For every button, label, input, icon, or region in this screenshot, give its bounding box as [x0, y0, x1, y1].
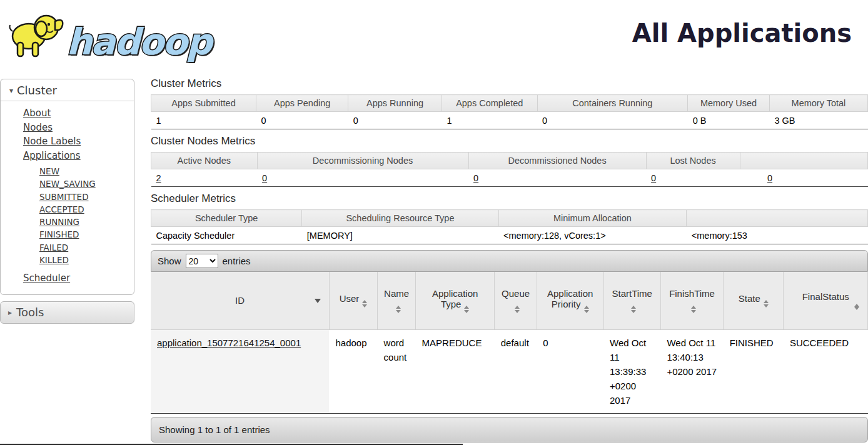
- cluster-metrics-table: Apps Submitted Apps Pending Apps Running…: [151, 94, 868, 129]
- page-size-select[interactable]: 20: [186, 254, 218, 268]
- col-scheduler-type: Scheduler Type: [151, 210, 302, 227]
- col-queue-label: Queue: [502, 288, 530, 299]
- killed-link[interactable]: KILLED: [39, 255, 69, 265]
- col-finishtime-label: FinishTime: [669, 288, 715, 299]
- sidebar-item-applications: Applications: [23, 149, 134, 163]
- tools-section-label: Tools: [16, 306, 44, 319]
- col-lost-nodes: Lost Nodes: [646, 152, 740, 169]
- hadoop-logo: hadoop: [5, 4, 211, 64]
- maximum-allocation-value: <memory:153: [687, 227, 868, 244]
- entries-label: entries: [223, 256, 251, 266]
- col-starttime-label: StartTime: [612, 288, 652, 299]
- col-active-nodes: Active Nodes: [151, 152, 258, 169]
- apps-completed-value: 1: [442, 112, 537, 129]
- col-memory-total: Memory Total: [769, 95, 867, 112]
- col-id-label: ID: [235, 295, 245, 306]
- name-cell: word count: [378, 329, 416, 413]
- col-application-priority[interactable]: Application Priority: [537, 272, 603, 329]
- col-state-label: State: [739, 293, 760, 304]
- new-link[interactable]: NEW: [39, 166, 59, 176]
- sort-both-icon: [584, 306, 589, 313]
- col-apps-pending: Apps Pending: [256, 95, 348, 112]
- main-content: Cluster Metrics Apps Submitted Apps Pend…: [151, 74, 868, 442]
- col-nodes-extra: [740, 152, 867, 169]
- chevron-right-icon: ▸: [8, 308, 12, 317]
- sort-both-icon: [396, 306, 401, 313]
- col-id[interactable]: ID: [151, 272, 329, 329]
- hadoop-elephant-icon: [5, 4, 66, 64]
- running-link[interactable]: RUNNING: [39, 217, 79, 227]
- sidebar-item-nodes: Nodes: [23, 121, 134, 135]
- sort-both-icon: [515, 306, 520, 313]
- col-decommissioning-nodes: Decommissioning Nodes: [257, 152, 468, 169]
- apps-pending-value: 0: [256, 112, 348, 129]
- sidebar-section-tools[interactable]: ▸Tools: [0, 301, 134, 324]
- col-queue[interactable]: Queue: [495, 272, 537, 329]
- sort-both-icon: [631, 306, 636, 313]
- apps-table-header-row: ID User Name Application Type Queue Appl…: [151, 272, 868, 329]
- scheduling-resource-type-value: [MEMORY]: [302, 227, 498, 244]
- page-title: All Applications: [632, 19, 852, 48]
- nodes-extra-link[interactable]: 0: [767, 173, 772, 183]
- sort-both-icon: [464, 306, 469, 313]
- application-id-link[interactable]: application_1507721641254_0001: [157, 338, 301, 348]
- state-cell: FINISHED: [724, 329, 784, 413]
- sidebar-cluster-box: ▾Cluster About Nodes Node Labels Applica…: [0, 79, 134, 295]
- cluster-metrics-heading: Cluster Metrics: [151, 78, 868, 90]
- decommissioning-nodes-link[interactable]: 0: [262, 173, 267, 183]
- sidebar-section-cluster[interactable]: ▾Cluster: [1, 79, 134, 101]
- sidebar-item-failed: FAILED: [39, 241, 134, 254]
- submitted-link[interactable]: SUBMITTED: [39, 192, 89, 202]
- col-apps-running: Apps Running: [348, 95, 442, 112]
- col-finishtime[interactable]: FinishTime: [660, 272, 723, 329]
- cluster-nodes-metrics-row: 2 0 0 0 0: [151, 169, 868, 187]
- failed-link[interactable]: FAILED: [39, 242, 68, 252]
- col-starttime[interactable]: StartTime: [603, 272, 660, 329]
- hadoop-logo-text: hadoop: [66, 24, 211, 60]
- sidebar-item-new-saving: NEW_SAVING: [39, 178, 134, 190]
- col-scheduling-resource-type: Scheduling Resource Type: [302, 210, 498, 227]
- col-minimum-allocation: Minimum Allocation: [498, 210, 687, 227]
- col-containers-running: Containers Running: [537, 95, 688, 112]
- decommissioned-nodes-link[interactable]: 0: [473, 173, 478, 183]
- finished-link[interactable]: FINISHED: [39, 229, 79, 239]
- scheduler-metrics-row: Capacity Scheduler [MEMORY] <memory:128,…: [151, 227, 868, 244]
- nodes-link[interactable]: Nodes: [23, 122, 53, 133]
- col-user[interactable]: User: [329, 272, 377, 329]
- about-link[interactable]: About: [23, 108, 51, 119]
- sidebar-item-killed: KILLED: [39, 254, 134, 266]
- containers-running-value: 0: [537, 112, 688, 129]
- active-nodes-link[interactable]: 2: [156, 173, 161, 183]
- queue-cell: default: [495, 329, 537, 413]
- finishtime-cell: Wed Oct 11 13:40:13 +0200 2017: [660, 329, 723, 413]
- col-finalstatus[interactable]: FinalStatus: [784, 272, 868, 329]
- sidebar-item-node-labels: Node Labels: [23, 134, 134, 149]
- sort-both-icon: [362, 300, 367, 308]
- applications-link[interactable]: Applications: [23, 150, 81, 161]
- cluster-nodes-metrics-table: Active Nodes Decommissioning Nodes Decom…: [151, 152, 868, 187]
- sort-desc-icon: [315, 299, 321, 303]
- new-saving-link[interactable]: NEW_SAVING: [39, 179, 96, 189]
- memory-used-value: 0 B: [688, 112, 770, 129]
- application-row: application_1507721641254_0001 hadoop wo…: [151, 329, 868, 413]
- node-labels-link[interactable]: Node Labels: [23, 136, 81, 147]
- col-state[interactable]: State: [724, 272, 784, 329]
- starttime-cell: Wed Oct 11 13:39:33 +0200 2017: [603, 329, 660, 413]
- col-application-type[interactable]: Application Type: [416, 272, 495, 329]
- apps-running-value: 0: [348, 112, 442, 129]
- col-apps-submitted: Apps Submitted: [151, 95, 256, 112]
- user-cell: hadoop: [329, 329, 377, 413]
- sort-both-icon: [691, 306, 696, 313]
- scheduler-link[interactable]: Scheduler: [23, 272, 70, 284]
- scheduler-type-value: Capacity Scheduler: [151, 227, 302, 244]
- lost-nodes-link[interactable]: 0: [651, 173, 656, 183]
- col-name-label: Name: [384, 288, 409, 299]
- cluster-metrics-row: 1 0 0 1 0 0 B 3 GB: [151, 112, 868, 129]
- accepted-link[interactable]: ACCEPTED: [39, 204, 84, 214]
- page-header: hadoop All Applications: [0, 0, 868, 74]
- col-name[interactable]: Name: [378, 272, 416, 329]
- sidebar-item-about: About: [23, 106, 134, 121]
- minimum-allocation-value: <memory:128, vCores:1>: [498, 227, 687, 244]
- cluster-nodes-metrics-heading: Cluster Nodes Metrics: [151, 135, 868, 148]
- sidebar-item-submitted: SUBMITTED: [39, 191, 134, 203]
